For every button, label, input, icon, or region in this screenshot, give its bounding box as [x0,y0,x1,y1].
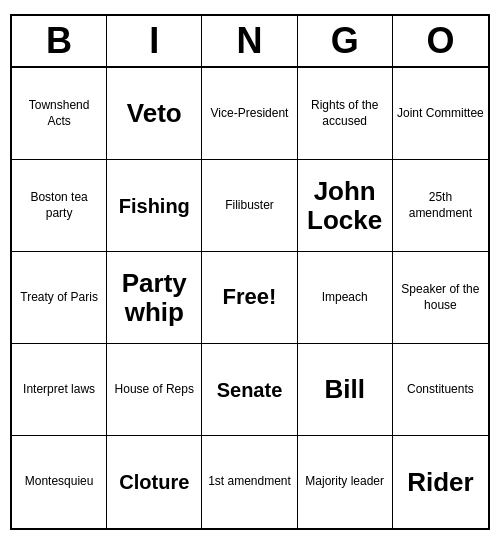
cell-text-21: Cloture [119,470,189,494]
header-letter-o: O [393,16,488,66]
bingo-cell-3: Rights of the accused [298,68,393,160]
bingo-cell-15: Interpret laws [12,344,107,436]
bingo-cell-8: John Locke [298,160,393,252]
cell-text-15: Interpret laws [23,382,95,398]
cell-text-5: Boston tea party [16,190,102,221]
cell-text-16: House of Reps [115,382,194,398]
bingo-cell-1: Veto [107,68,202,160]
bingo-cell-2: Vice-President [202,68,297,160]
bingo-cell-16: House of Reps [107,344,202,436]
cell-text-20: Montesquieu [25,474,94,490]
bingo-cell-14: Speaker of the house [393,252,488,344]
bingo-card: BINGO Townshend ActsVetoVice-PresidentRi… [10,14,490,530]
cell-text-22: 1st amendment [208,474,291,490]
bingo-header: BINGO [12,16,488,68]
cell-text-4: Joint Committee [397,106,484,122]
cell-text-23: Majority leader [305,474,384,490]
cell-text-17: Senate [217,378,283,402]
cell-text-2: Vice-President [211,106,289,122]
bingo-cell-13: Impeach [298,252,393,344]
cell-text-8: John Locke [302,177,388,234]
header-letter-n: N [202,16,297,66]
header-letter-b: B [12,16,107,66]
bingo-cell-7: Filibuster [202,160,297,252]
bingo-cell-9: 25th amendment [393,160,488,252]
bingo-cell-24: Rider [393,436,488,528]
bingo-cell-5: Boston tea party [12,160,107,252]
bingo-grid: Townshend ActsVetoVice-PresidentRights o… [12,68,488,528]
bingo-cell-19: Constituents [393,344,488,436]
bingo-cell-0: Townshend Acts [12,68,107,160]
bingo-cell-21: Cloture [107,436,202,528]
bingo-cell-18: Bill [298,344,393,436]
cell-text-24: Rider [407,468,473,497]
cell-text-19: Constituents [407,382,474,398]
cell-text-10: Treaty of Paris [20,290,98,306]
header-letter-i: I [107,16,202,66]
cell-text-13: Impeach [322,290,368,306]
cell-text-14: Speaker of the house [397,282,484,313]
bingo-cell-12: Free! [202,252,297,344]
bingo-cell-22: 1st amendment [202,436,297,528]
cell-text-9: 25th amendment [397,190,484,221]
header-letter-g: G [298,16,393,66]
bingo-cell-10: Treaty of Paris [12,252,107,344]
bingo-cell-4: Joint Committee [393,68,488,160]
bingo-cell-6: Fishing [107,160,202,252]
bingo-cell-20: Montesquieu [12,436,107,528]
bingo-cell-23: Majority leader [298,436,393,528]
bingo-cell-11: Party whip [107,252,202,344]
cell-text-11: Party whip [111,269,197,326]
cell-text-1: Veto [127,99,182,128]
cell-text-6: Fishing [119,194,190,218]
cell-text-3: Rights of the accused [302,98,388,129]
cell-text-18: Bill [324,375,364,404]
cell-text-12: Free! [223,283,277,312]
cell-text-0: Townshend Acts [16,98,102,129]
cell-text-7: Filibuster [225,198,274,214]
bingo-cell-17: Senate [202,344,297,436]
